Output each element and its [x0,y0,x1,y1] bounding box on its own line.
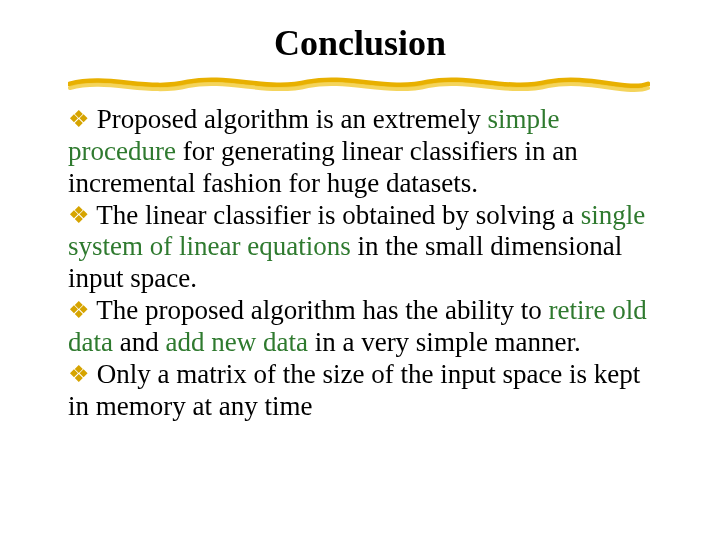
bullet-text-mid: and [113,327,165,357]
bullet-item: ❖ Only a matrix of the size of the input… [68,359,668,423]
bullet-text-pre: Only a matrix of the size of the input s… [68,359,640,421]
diamond-bullet-icon: ❖ [68,106,90,132]
bullet-text-pre: The linear classifier is obtained by sol… [90,200,581,230]
slide-title: Conclusion [0,22,720,64]
diamond-bullet-icon: ❖ [68,297,90,323]
bullet-item: ❖ Proposed algorithm is an extremely sim… [68,104,668,200]
slide-body: ❖ Proposed algorithm is an extremely sim… [68,104,668,423]
bullet-text-post: in a very simple manner. [308,327,581,357]
bullet-item: ❖ The proposed algorithm has the ability… [68,295,668,359]
bullet-text-highlight: add new data [165,327,307,357]
title-underline [68,72,650,94]
slide: Conclusion ❖ Proposed algorithm is an ex… [0,0,720,540]
bullet-text-pre: The proposed algorithm has the ability t… [90,295,548,325]
bullet-text-pre: Proposed algorithm is an extremely [90,104,487,134]
diamond-bullet-icon: ❖ [68,361,90,387]
diamond-bullet-icon: ❖ [68,202,90,228]
bullet-item: ❖ The linear classifier is obtained by s… [68,200,668,296]
